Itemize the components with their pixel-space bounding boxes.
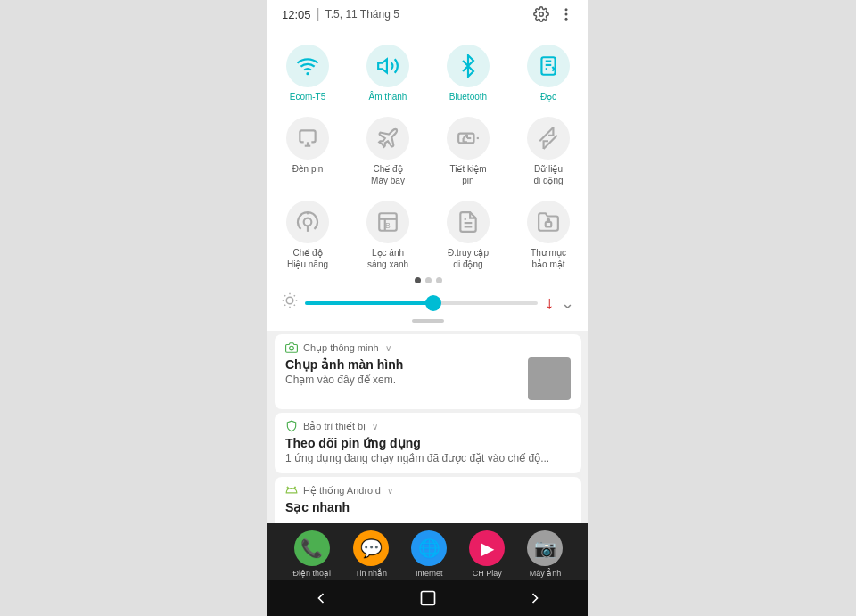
quick-settings-panel: Ecom-T5 Âm thanh	[268, 29, 588, 331]
toggle-airplane[interactable]: Chế độ Máy bay	[348, 108, 428, 192]
svg-line-37	[284, 305, 285, 306]
notif-text-screenshot: Chụp ảnh màn hình Chạm vào đây để xem.	[285, 357, 519, 386]
notif-title-screenshot: Chụp ảnh màn hình	[285, 357, 519, 372]
brightness-chevron[interactable]: ⌄	[561, 293, 574, 313]
brightness-row: ↓ ⌄	[268, 287, 588, 316]
battery-save-icon	[457, 127, 480, 150]
status-date: T.5, 11 Tháng 5	[325, 8, 399, 21]
more-icon[interactable]	[558, 6, 574, 22]
doc-label: Đọc	[540, 91, 556, 103]
gear-icon[interactable]	[533, 6, 549, 22]
airplane-icon	[376, 127, 399, 150]
toggle-accessibility[interactable]: Đ.truy cập di động	[428, 192, 508, 275]
svg-line-34	[294, 305, 295, 306]
status-bar: 12:05 | T.5, 11 Tháng 5	[268, 0, 588, 29]
flashlight-label: Đèn pin	[292, 163, 323, 175]
nav-recent-button[interactable]	[508, 585, 562, 612]
notif-source-charge: Hệ thống Android ∨	[303, 485, 571, 497]
secure-folder-label: Thư mục bảo mật	[531, 247, 566, 270]
camera-icon	[285, 341, 298, 354]
notif-source-screenshot: Chụp thông minh ∨	[303, 342, 571, 354]
blue-filter-icon: B	[376, 210, 399, 234]
svg-marker-5	[378, 59, 387, 72]
accessibility-label: Đ.truy cập di động	[448, 247, 489, 270]
blue-filter-icon-wrap: B	[366, 201, 409, 243]
svg-point-19	[304, 218, 312, 226]
brightness-down-arrow[interactable]: ↓	[545, 292, 554, 313]
status-icons	[533, 6, 574, 22]
drag-handle-bar	[412, 319, 444, 323]
wifi-label: Ecom-T5	[290, 91, 326, 103]
notif-card-battery[interactable]: Bảo trì thiết bị ∨ Theo dõi pin ứng dụng…	[275, 413, 581, 473]
notif-source-battery: Bảo trì thiết bị ∨	[303, 421, 571, 432]
toggle-row-2: Đèn pin Chế độ Máy bay	[268, 108, 588, 192]
recent-icon	[526, 589, 544, 607]
toggle-performance[interactable]: Chế độ Hiệu năng	[268, 192, 348, 275]
toggle-sound[interactable]: Âm thanh	[348, 36, 428, 108]
notif-body-battery: Theo dõi pin ứng dụng 1 ứng dụng đang ch…	[275, 436, 581, 473]
dock-ch-play[interactable]: ▶ CH Play	[469, 530, 505, 578]
page-dots	[268, 277, 588, 283]
sound-icon-wrap	[366, 45, 409, 87]
dock-ch-play-icon: ▶	[469, 530, 505, 566]
toggle-wifi[interactable]: Ecom-T5	[268, 36, 348, 108]
brightness-fill	[305, 301, 433, 305]
bluetooth-label: Bluetooth	[449, 91, 487, 103]
app-dock: 📞 Điện thoại 💬 Tin nhắn 🌐 Internet ▶ CH …	[268, 523, 588, 580]
dock-phone[interactable]: 📞 Điện thoại	[293, 530, 332, 578]
wifi-icon-wrap	[286, 45, 329, 87]
toggle-doc[interactable]: Đọc	[508, 36, 588, 108]
dock-phone-label: Điện thoại	[293, 569, 332, 578]
battery-save-icon-wrap	[447, 117, 490, 160]
notif-card-charge[interactable]: Hệ thống Android ∨ Sạc nhanh	[275, 477, 581, 523]
airplane-label: Chế độ Máy bay	[371, 163, 405, 186]
notif-text-charge: Sạc nhanh	[285, 500, 571, 516]
battery-save-label: Tiết kiệm pin	[449, 163, 486, 186]
notifications-area: Chụp thông minh ∨ Chụp ảnh màn hình Chạm…	[268, 331, 588, 523]
shield-icon	[285, 420, 298, 432]
blue-filter-label: Lọc ánh sáng xanh	[367, 247, 408, 270]
drag-handle[interactable]	[268, 316, 588, 327]
toggle-flashlight[interactable]: Đèn pin	[268, 108, 348, 192]
wifi-icon	[296, 54, 319, 78]
toggle-data[interactable]: Dữ liệu di động	[508, 108, 588, 192]
nav-home-button[interactable]	[401, 585, 455, 612]
toggle-battery-save[interactable]: Tiết kiệm pin	[428, 108, 508, 192]
data-label: Dữ liệu di động	[533, 163, 563, 186]
sound-icon	[376, 54, 399, 78]
home-icon	[419, 589, 437, 607]
notif-header-charge: Hệ thống Android ∨	[275, 477, 581, 500]
status-separator: |	[317, 6, 320, 22]
data-icon	[537, 127, 560, 150]
brightness-slider[interactable]	[305, 301, 538, 305]
svg-point-39	[290, 346, 294, 350]
notif-card-screenshot[interactable]: Chụp thông minh ∨ Chụp ảnh màn hình Chạm…	[275, 334, 581, 409]
nav-back-button[interactable]	[294, 585, 348, 612]
phone-container: 12:05 | T.5, 11 Tháng 5	[268, 0, 588, 616]
brightness-thumb	[425, 295, 441, 311]
svg-line-38	[294, 295, 295, 296]
accessibility-icon	[457, 210, 480, 234]
dock-messages-label: Tin nhắn	[355, 569, 387, 578]
brightness-icon	[282, 292, 298, 313]
dock-messages-icon: 💬	[353, 530, 389, 566]
airplane-icon-wrap	[366, 117, 409, 160]
notif-body-screenshot: Chụp ảnh màn hình Chạm vào đây để xem.	[275, 357, 581, 409]
notif-thumb-screenshot	[528, 357, 571, 400]
toggle-secure-folder[interactable]: Thư mục bảo mật	[508, 192, 588, 275]
dock-internet[interactable]: 🌐 Internet	[411, 530, 447, 578]
svg-line-33	[284, 295, 285, 296]
dock-camera[interactable]: 📷 Máy ảnh	[527, 530, 563, 578]
notif-desc-battery: 1 ứng dụng đang chạy ngầm đã được đặt và…	[285, 452, 571, 464]
data-icon-wrap	[527, 117, 570, 160]
dock-messages[interactable]: 💬 Tin nhắn	[353, 530, 389, 578]
dock-phone-icon: 📞	[294, 530, 330, 566]
dock-internet-label: Internet	[416, 569, 443, 578]
back-icon	[312, 589, 330, 607]
dock-camera-icon: 📷	[527, 530, 563, 566]
toggle-blue-filter[interactable]: B Lọc ánh sáng xanh	[348, 192, 428, 275]
dock-camera-label: Máy ảnh	[530, 569, 562, 578]
status-time: 12:05	[282, 8, 311, 21]
android-icon	[285, 484, 298, 497]
toggle-bluetooth[interactable]: Bluetooth	[428, 36, 508, 108]
